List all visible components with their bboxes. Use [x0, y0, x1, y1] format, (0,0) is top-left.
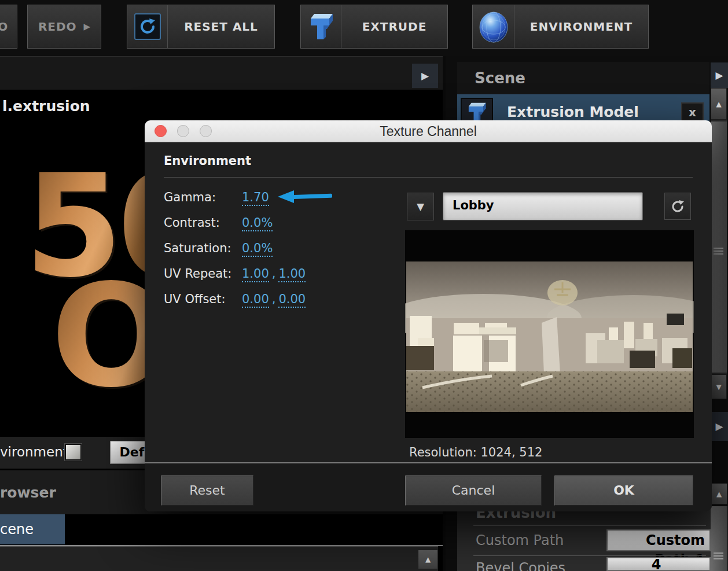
scroll-down-icon: ▼: [716, 383, 721, 391]
uv-repeat-x-value[interactable]: 1.00: [242, 267, 269, 282]
separator: [164, 177, 693, 178]
scroll-up-icon: ▲: [716, 490, 722, 498]
collapse-arrow-icon: ▶: [421, 70, 429, 82]
texture-preset-name: Lobby: [453, 198, 494, 212]
environment-globe-icon: [478, 10, 509, 43]
bevel-copies-label: Bevel Copies: [476, 560, 565, 571]
dropdown-triangle-icon: ▼: [417, 201, 424, 212]
cancel-button[interactable]: Cancel: [405, 476, 542, 506]
scroll-up-button[interactable]: ▲: [711, 88, 727, 120]
scene-item-close-button[interactable]: x: [681, 102, 704, 122]
model-filename-label: l.extrusion: [2, 98, 90, 115]
saturation-row: Saturation: 0.0%: [164, 236, 395, 261]
dialog-titlebar[interactable]: Texture Channel: [145, 120, 712, 142]
contrast-label: Contrast:: [164, 216, 220, 230]
scene-panel-header: Scene: [457, 62, 709, 94]
reset-all-button[interactable]: RESET ALL: [127, 5, 275, 49]
custom-path-value-button[interactable]: Custom Path 1: [606, 529, 711, 551]
saturation-value[interactable]: 0.0%: [242, 241, 273, 257]
undo-button[interactable]: UNDO: [0, 5, 17, 49]
reset-all-icon: [134, 13, 161, 40]
gamma-value[interactable]: 1.70: [242, 190, 269, 206]
uv-repeat-y-value[interactable]: 1.00: [278, 267, 306, 282]
refresh-icon: [670, 199, 685, 214]
extrude-icon: [306, 10, 336, 43]
scene-scrollbar[interactable]: ▲ ▼: [711, 88, 727, 399]
redo-label: REDO: [38, 20, 77, 34]
redo-arrow-icon: ▶: [84, 21, 91, 32]
dialog-footer: Reset Cancel OK: [145, 463, 712, 511]
undo-label: UNDO: [0, 20, 8, 34]
uv-repeat-label: UV Repeat:: [164, 267, 231, 281]
canvas-collapse-button[interactable]: ▶: [412, 64, 438, 88]
extrude-button[interactable]: EXTRUDE: [300, 5, 448, 49]
contrast-value[interactable]: 0.0%: [242, 216, 273, 231]
environment-preview-image: [405, 230, 694, 438]
scene-panel-title: Scene: [475, 69, 525, 87]
lobby-panorama: [405, 230, 694, 438]
uv-offset-y-value[interactable]: 0.00: [278, 292, 306, 308]
bottom-panel-strip: [0, 546, 438, 571]
comma: ,: [272, 292, 276, 306]
section-heading: Environment: [164, 154, 251, 168]
environment-checkbox[interactable]: [65, 444, 82, 461]
extrude-label: EXTRUDE: [362, 20, 427, 34]
browser-panel-title: rowser: [0, 484, 56, 501]
app-window: UNDO REDO ▶ RESET ALL: [0, 0, 728, 571]
texture-channel-dialog: Texture Channel Environment Gamma: 1.70 …: [145, 120, 712, 511]
scroll-up-icon: ▲: [716, 100, 721, 108]
scene-collapse-button[interactable]: ▶: [711, 62, 728, 88]
reset-button[interactable]: Reset: [161, 476, 253, 506]
separator: [473, 525, 706, 526]
environment-option-label: vironment: [0, 444, 68, 459]
lower-panel-collapse-button[interactable]: ▶: [711, 412, 728, 441]
collapse-arrow-icon: ▶: [715, 421, 723, 432]
dialog-body: Environment Gamma: 1.70 Contrast: 0.0% S…: [145, 142, 712, 511]
bottom-scroll-up-button[interactable]: ▲: [418, 550, 438, 569]
reset-all-label: RESET ALL: [184, 20, 258, 34]
texture-refresh-button[interactable]: [664, 193, 691, 220]
contrast-row: Contrast: 0.0%: [164, 211, 395, 236]
texture-dropdown-button[interactable]: ▼: [407, 193, 434, 220]
scroll-up-icon: ▲: [425, 555, 431, 563]
uv-offset-label: UV Offset:: [164, 292, 226, 306]
texture-preset-field[interactable]: Lobby: [443, 192, 643, 220]
scrollbar-thumb[interactable]: [711, 121, 727, 373]
saturation-label: Saturation:: [164, 241, 231, 255]
redo-button[interactable]: REDO ▶: [27, 5, 101, 49]
gamma-label: Gamma:: [164, 190, 216, 204]
canvas-header: [0, 56, 443, 90]
gamma-annotation-arrow-icon: [277, 189, 334, 205]
browser-item-scene[interactable]: cene: [0, 514, 65, 544]
lower-scrollbar-thumb[interactable]: [711, 506, 727, 571]
uv-offset-x-value[interactable]: 0.00: [242, 292, 269, 308]
top-toolbar: UNDO REDO ▶ RESET ALL: [0, 0, 728, 56]
comma: ,: [272, 267, 276, 281]
separator: [473, 555, 706, 556]
dialog-title: Texture Channel: [145, 124, 712, 139]
bevel-copies-value-field[interactable]: 4: [606, 557, 711, 571]
custom-path-label: Custom Path: [476, 532, 564, 548]
scrollbar-grip: [714, 552, 723, 561]
uv-offset-row: UV Offset: 0.00,0.00: [164, 287, 395, 312]
uv-repeat-row: UV Repeat: 1.00,1.00: [164, 261, 395, 287]
lower-scroll-up-button[interactable]: ▲: [711, 483, 727, 504]
scene-item-label: Extrusion Model: [507, 104, 639, 120]
scrollbar-grip: [714, 248, 723, 256]
ok-button[interactable]: OK: [554, 476, 693, 506]
collapse-arrow-icon: ▶: [715, 69, 723, 81]
resolution-label: Resolution: 1024, 512: [409, 445, 542, 459]
environment-button[interactable]: ENVIRONMENT: [472, 5, 649, 49]
scroll-down-button[interactable]: ▼: [711, 374, 727, 399]
environment-label: ENVIRONMENT: [530, 20, 633, 34]
